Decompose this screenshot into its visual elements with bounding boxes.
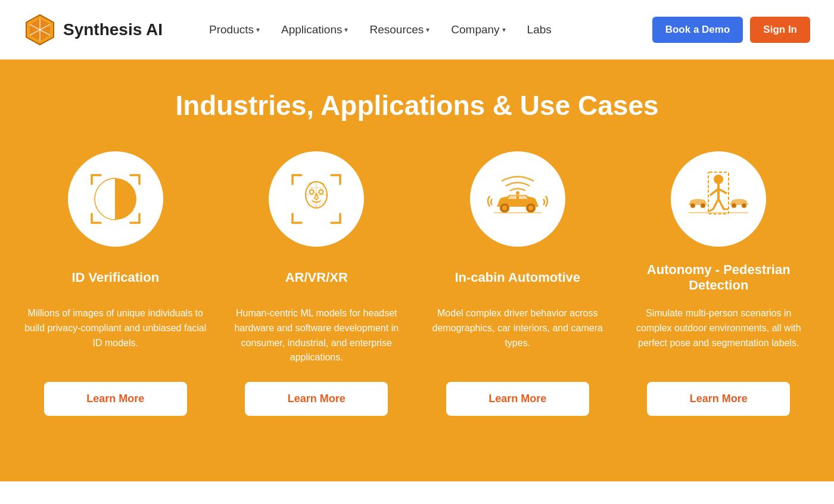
learn-more-pedestrian-button[interactable]: Learn More: [647, 382, 790, 416]
svg-point-17: [310, 190, 314, 194]
hero-section: Industries, Applications & Use Cases: [0, 60, 834, 481]
card-ar-vr-xr: AR/VR/XR Human-centric ML models for hea…: [225, 151, 409, 416]
nav-products[interactable]: Products ▾: [198, 18, 270, 41]
svg-line-40: [713, 199, 718, 209]
nav-labs[interactable]: Labs: [516, 18, 562, 41]
card-title-id: ID Verification: [71, 260, 159, 295]
chevron-down-icon: ▾: [256, 26, 260, 34]
svg-point-35: [742, 203, 746, 208]
logo-text: Synthesis AI: [63, 20, 163, 39]
nav-buttons: Book a Demo Sign In: [652, 17, 810, 43]
card-id-verification: ID Verification Millions of images of un…: [24, 151, 207, 416]
learn-more-arvr-button[interactable]: Learn More: [245, 382, 388, 416]
logo-icon: [24, 14, 56, 46]
svg-point-30: [528, 206, 533, 210]
card-title-pedestrian: Autonomy - Pedestrian Detection: [627, 260, 811, 295]
logo-link[interactable]: Synthesis AI: [24, 14, 163, 46]
svg-point-28: [502, 206, 507, 210]
chevron-down-icon: ▾: [344, 26, 348, 34]
id-verification-icon-circle: [68, 151, 163, 247]
automotive-icon-circle: [470, 151, 565, 247]
chevron-down-icon: ▾: [502, 26, 506, 34]
id-verification-icon: [83, 166, 148, 232]
svg-point-26: [516, 191, 519, 195]
card-title-arvr: AR/VR/XR: [285, 260, 348, 295]
card-desc-pedestrian: Simulate multi-person scenarios in compl…: [627, 306, 811, 365]
svg-point-34: [732, 203, 736, 208]
learn-more-auto-button[interactable]: Learn More: [446, 382, 589, 416]
book-demo-button[interactable]: Book a Demo: [652, 17, 743, 43]
card-desc-auto: Model complex driver behavior across dem…: [426, 306, 609, 365]
automotive-icon: [485, 166, 550, 232]
svg-point-18: [319, 190, 323, 194]
navbar: Synthesis AI Products ▾ Applications ▾ R…: [0, 0, 834, 60]
pedestrian-icon: [686, 166, 751, 232]
svg-point-32: [690, 203, 695, 208]
hero-title: Industries, Applications & Use Cases: [24, 89, 810, 122]
card-automotive: In-cabin Automotive Model complex driver…: [426, 151, 609, 416]
sign-in-button[interactable]: Sign In: [750, 17, 810, 43]
card-desc-id: Millions of images of unique individuals…: [24, 306, 207, 365]
card-pedestrian: Autonomy - Pedestrian Detection Simulate…: [627, 151, 811, 416]
svg-point-36: [714, 175, 723, 184]
pedestrian-icon-circle: [671, 151, 766, 247]
learn-more-id-button[interactable]: Learn More: [44, 382, 187, 416]
nav-links: Products ▾ Applications ▾ Resources ▾ Co…: [198, 18, 652, 41]
card-desc-arvr: Human-centric ML models for headset hard…: [225, 306, 409, 365]
svg-point-33: [701, 203, 705, 208]
ar-vr-xr-icon-circle: [269, 151, 364, 247]
cards-row: ID Verification Millions of images of un…: [24, 151, 810, 416]
nav-resources[interactable]: Resources ▾: [359, 18, 440, 41]
card-title-auto: In-cabin Automotive: [455, 260, 580, 295]
chevron-down-icon: ▾: [426, 26, 430, 34]
svg-line-41: [718, 199, 724, 209]
nav-applications[interactable]: Applications ▾: [270, 18, 359, 41]
svg-line-42: [709, 209, 713, 211]
ar-vr-xr-icon: [284, 166, 349, 232]
nav-company[interactable]: Company ▾: [440, 18, 516, 41]
